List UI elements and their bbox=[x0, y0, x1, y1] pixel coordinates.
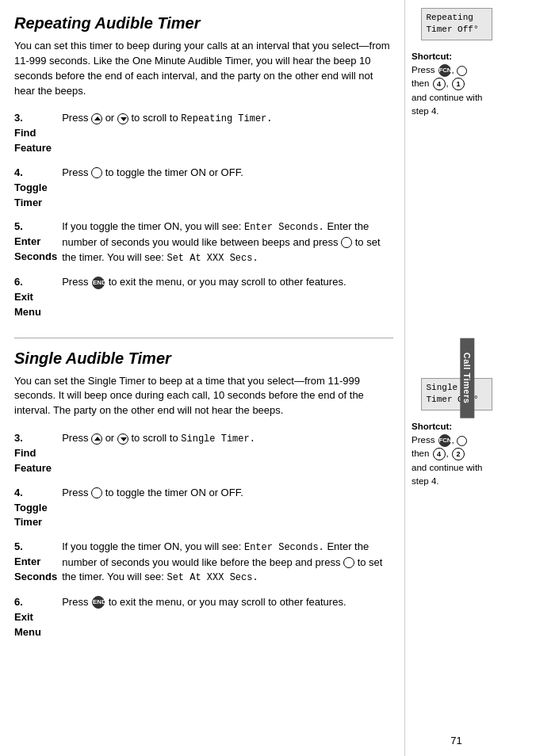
shortcut-continue-2: and continue with step 4. bbox=[412, 463, 483, 486]
single-timer-title: Single Audible Timer bbox=[14, 349, 393, 368]
side-label-calltimers: Call Timers bbox=[461, 338, 475, 418]
shortcut-label-2: Shortcut: bbox=[412, 422, 452, 431]
select-icon-4 bbox=[343, 557, 354, 568]
table-row: 4. ToggleTimer Press to toggle the timer… bbox=[14, 162, 393, 217]
shortcut-press-1: Press bbox=[412, 65, 438, 74]
step-4-num: 4. ToggleTimer bbox=[14, 162, 62, 217]
shortcut-then-1: then bbox=[412, 78, 432, 88]
step-5-num: 5. EnterSeconds bbox=[14, 216, 62, 272]
section-divider bbox=[14, 338, 393, 338]
nav-down-icon-2 bbox=[117, 433, 128, 445]
step-5-action: If you toggle the timer ON, you will see… bbox=[62, 216, 393, 272]
table-row: 6. ExitMenu Press END to exit the menu, … bbox=[14, 272, 393, 326]
table-row: 6. ExitMenu Press END to exit the menu, … bbox=[14, 592, 393, 647]
main-content: Repeating Audible Timer You can set this… bbox=[0, 0, 404, 756]
repeating-timer-intro: You can set this timer to beep during yo… bbox=[14, 39, 393, 98]
s-step-6-action: Press END to exit the menu, or you may s… bbox=[62, 592, 393, 647]
lcd-single-timer: Single Timer Off° bbox=[421, 378, 492, 410]
nav-up-icon-1 bbox=[91, 113, 102, 124]
right-sidebar: Repeating Timer Off° Shortcut: Press FCN… bbox=[404, 0, 507, 756]
btn-1-icon-1: 1 bbox=[452, 78, 465, 90]
select-icon-sb-1 bbox=[457, 66, 467, 76]
single-shortcut: Shortcut: Press FCN, then 4, 2 and conti… bbox=[412, 420, 501, 499]
shortcut-label-1: Shortcut: bbox=[412, 52, 452, 61]
shortcut-then-2: then bbox=[412, 449, 432, 458]
select-icon-sb-2 bbox=[457, 436, 467, 446]
table-row: 3. FindFeature Press or to scroll to Sin… bbox=[14, 428, 393, 483]
s-step-3-action: Press or to scroll to Single Timer. bbox=[62, 428, 393, 483]
single-timer-steps: 3. FindFeature Press or to scroll to Sin… bbox=[14, 428, 393, 646]
end-icon-2: END bbox=[92, 596, 105, 609]
repeating-timer-title: Repeating Audible Timer bbox=[14, 14, 393, 32]
shortcut-press-2: Press bbox=[412, 435, 438, 445]
s-step-6-num: 6. ExitMenu bbox=[14, 592, 62, 647]
s-step-3-num: 3. FindFeature bbox=[14, 428, 62, 483]
s-step-5-action: If you toggle the timer ON, you will see… bbox=[62, 536, 393, 592]
s-step-4-action: Press to toggle the timer ON or OFF. bbox=[62, 483, 393, 537]
nav-up-icon-2 bbox=[91, 433, 102, 445]
fcn-icon-2: FCN bbox=[438, 434, 451, 447]
table-row: 5. EnterSeconds If you toggle the timer … bbox=[14, 216, 393, 272]
select-icon-2 bbox=[341, 237, 352, 248]
end-icon-1: END bbox=[92, 277, 105, 289]
table-row: 3. FindFeature Press or to scroll to Rep… bbox=[14, 108, 393, 162]
page-number: 71 bbox=[450, 735, 461, 746]
fcn-icon-1: FCN bbox=[438, 64, 451, 77]
step-6-action: Press END to exit the menu, or you may s… bbox=[62, 272, 393, 326]
btn-2-icon-2: 2 bbox=[452, 448, 465, 460]
repeating-shortcut: Shortcut: Press FCN, then 4, 1 and conti… bbox=[412, 50, 501, 129]
select-icon-1 bbox=[91, 167, 102, 178]
select-icon-3 bbox=[91, 487, 102, 498]
table-row: 4. ToggleTimer Press to toggle the timer… bbox=[14, 483, 393, 537]
s-step-5-num: 5. EnterSeconds bbox=[14, 536, 62, 592]
step-3-num: 3. FindFeature bbox=[14, 108, 62, 162]
step-6-num: 6. ExitMenu bbox=[14, 272, 62, 326]
single-timer-intro: You can set the Single Timer to beep at … bbox=[14, 374, 393, 419]
step-4-action: Press to toggle the timer ON or OFF. bbox=[62, 162, 393, 217]
s-step-4-num: 4. ToggleTimer bbox=[14, 483, 62, 537]
nav-down-icon-1 bbox=[117, 113, 128, 124]
btn-4-icon-2: 4 bbox=[433, 448, 446, 460]
repeating-timer-steps: 3. FindFeature Press or to scroll to Rep… bbox=[14, 108, 393, 326]
lcd-repeating-timer: Repeating Timer Off° bbox=[421, 8, 492, 40]
table-row: 5. EnterSeconds If you toggle the timer … bbox=[14, 536, 393, 592]
btn-4-icon-1: 4 bbox=[433, 78, 446, 90]
shortcut-continue-1: and continue with step 4. bbox=[412, 93, 483, 116]
step-3-action: Press or to scroll to Repeating Timer. bbox=[62, 108, 393, 162]
